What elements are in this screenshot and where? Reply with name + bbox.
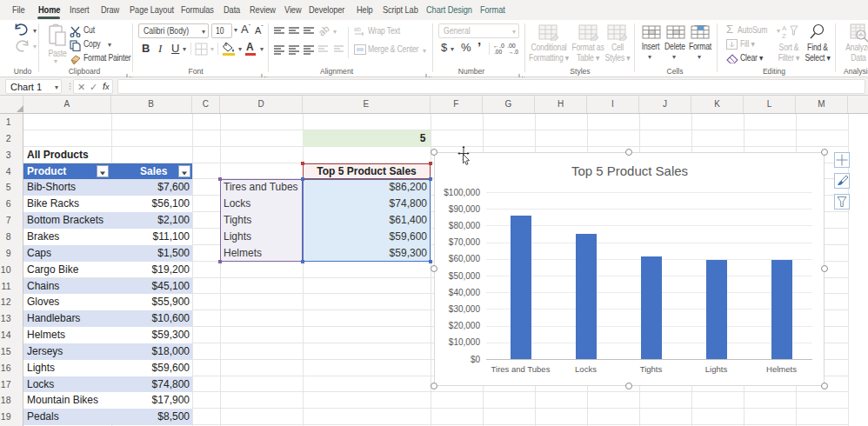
svg-text:A: A (782, 24, 787, 32)
svg-text:Z: Z (782, 32, 786, 39)
svg-text:.00: .00 (494, 49, 502, 55)
svg-text:→.0: →.0 (508, 49, 518, 55)
svg-text:ab: ab (354, 26, 361, 32)
